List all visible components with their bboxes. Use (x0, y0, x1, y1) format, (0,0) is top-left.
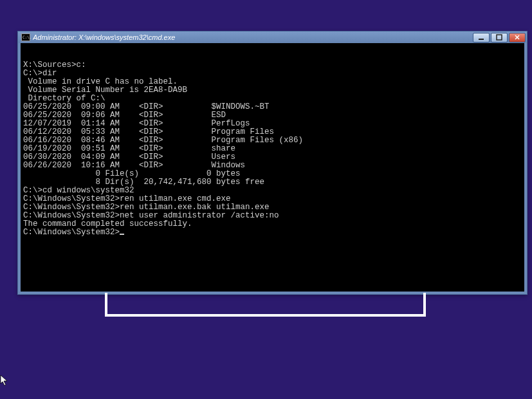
window-title: Administrator: X:\windows\system32\cmd.e… (33, 33, 473, 41)
mouse-cursor-icon (0, 375, 9, 386)
close-button[interactable] (509, 33, 526, 42)
titlebar[interactable]: C:\. Administrator: X:\windows\system32\… (18, 32, 527, 43)
svg-rect-1 (497, 35, 502, 40)
terminal-output[interactable]: X:\Sources>c:C:\>dir Volume in drive C h… (21, 43, 524, 292)
maximize-button[interactable] (491, 33, 508, 42)
annotation-bracket (105, 293, 426, 317)
prompt: C:\Windows\System32> (23, 228, 120, 237)
close-icon (514, 34, 520, 41)
minimize-icon (478, 34, 484, 41)
svg-rect-0 (479, 39, 484, 40)
minimize-button[interactable] (473, 33, 490, 42)
cmd-window: C:\. Administrator: X:\windows\system32\… (17, 31, 527, 295)
maximize-icon (496, 34, 502, 41)
terminal-line: X:\Sources>c: (23, 61, 522, 70)
cursor (120, 234, 124, 235)
window-controls (473, 33, 526, 42)
cmd-icon: C:\. (21, 33, 30, 41)
